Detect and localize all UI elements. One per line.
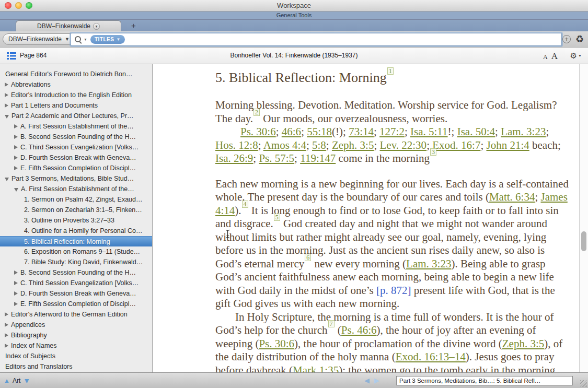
disclosure-collapsed-icon[interactable] <box>5 93 8 97</box>
toc-item[interactable]: Appendices <box>0 320 152 330</box>
toc-item[interactable]: 4. Outline for a Homily for Personal Co… <box>0 226 152 236</box>
toc-item[interactable]: Index of Subjects <box>0 351 152 361</box>
disclosure-collapsed-icon[interactable] <box>14 156 18 160</box>
scripture-link[interactable]: Zeph. 3:5 <box>332 139 374 151</box>
search-token-titles[interactable]: TITLES ▼ <box>90 35 125 44</box>
disclosure-collapsed-icon[interactable] <box>14 124 18 128</box>
toc-item[interactable]: A. First Session Establishment of the… <box>0 184 152 194</box>
toc-item[interactable]: 1. Sermon on Psalm 42, Zingst, Exaud… <box>0 194 152 205</box>
toc-item[interactable]: 6. Exposition on Romans 9–11 (Stude… <box>0 246 152 257</box>
toc-item[interactable]: 2. Sermon on Zechariah 3:1–5, Finken… <box>0 205 152 215</box>
footnote-marker[interactable]: 7 <box>328 320 335 327</box>
scripture-link[interactable]: Mark 1:35 <box>293 364 339 373</box>
disclosure-collapsed-icon[interactable] <box>14 135 18 139</box>
scripture-link[interactable]: 119:147 <box>300 152 336 164</box>
scripture-link[interactable]: Zeph. 3:5 <box>502 337 544 350</box>
toc-item[interactable]: Editors and Translators <box>0 361 152 372</box>
toc-item[interactable]: E. Fifth Session Completion of Discipl… <box>0 163 152 173</box>
disclosure-collapsed-icon[interactable] <box>14 145 18 149</box>
scripture-link[interactable]: Isa. 26:9 <box>215 152 253 164</box>
disclosure-expanded-icon[interactable] <box>5 115 9 119</box>
toc-item[interactable]: B. Second Session Founding of the H… <box>0 267 152 278</box>
scrollbar-thumb[interactable] <box>581 231 586 251</box>
toc-item[interactable]: Part 1 Letters and Documents <box>0 100 152 111</box>
disclosure-collapsed-icon[interactable] <box>5 103 8 108</box>
search-options-caret-icon[interactable]: ▼ <box>84 38 87 41</box>
footnote-marker[interactable]: 5 <box>274 214 280 221</box>
toc-item[interactable]: D. Fourth Session Break with Geneva… <box>0 288 152 299</box>
add-search-button[interactable] <box>562 35 571 43</box>
vertical-scrollbar[interactable] <box>579 64 588 372</box>
toc-item[interactable]: Part 2 Academic and Other Lectures, Pr… <box>0 111 152 121</box>
previous-article-icon[interactable]: ▲ <box>4 377 10 384</box>
scripture-link[interactable]: Lam. 3:23 <box>501 125 546 138</box>
toc-item[interactable]: 5. Biblical Reflection: Morning <box>0 236 152 246</box>
scripture-link[interactable]: Ps. 30:6 <box>259 337 294 350</box>
disclosure-collapsed-icon[interactable] <box>5 323 8 327</box>
toc-item[interactable]: Editor's Introduction to the English Edi… <box>0 90 152 100</box>
toc-item[interactable]: C. Third Session Evangelization [Volks… <box>0 278 152 288</box>
decrease-font-button[interactable]: A <box>543 53 548 61</box>
disclosure-collapsed-icon[interactable] <box>5 83 8 87</box>
scripture-link[interactable]: 55:18 <box>307 125 332 138</box>
window-resize-grip[interactable] <box>580 380 587 387</box>
search-scope-button[interactable]: DBW–Finkenwalde ▼ <box>3 33 75 45</box>
disclosure-expanded-icon[interactable] <box>5 178 9 181</box>
search-icon[interactable] <box>74 36 82 43</box>
toc-item[interactable]: Editor's Afterword to the German Edition <box>0 309 152 320</box>
history-forward-icon[interactable]: ▶ <box>374 377 379 384</box>
toc-item[interactable]: Part 3 Sermons, Meditations, Bible Stud… <box>0 173 152 184</box>
disclosure-collapsed-icon[interactable] <box>14 281 18 285</box>
settings-menu-button[interactable]: ⚙ ▼ <box>570 48 582 64</box>
footnote-marker[interactable]: 1 <box>387 67 394 75</box>
history-back-icon[interactable]: ◀ <box>364 377 370 384</box>
footnote-marker[interactable]: 4 <box>242 201 248 208</box>
research-icon[interactable]: ♻ <box>575 34 584 44</box>
scripture-link[interactable]: Lam. 3:23 <box>406 257 451 270</box>
new-tab-button[interactable]: + <box>129 20 138 31</box>
scripture-link[interactable]: Hos. 12:8 <box>215 139 258 151</box>
scripture-link[interactable]: Isa. 5:11 <box>410 125 448 138</box>
toc-item[interactable]: D. Fourth Session Break with Geneva… <box>0 152 152 163</box>
scripture-link[interactable]: John 21:4 <box>486 139 529 151</box>
disclosure-collapsed-icon[interactable] <box>5 312 8 316</box>
scripture-link[interactable]: Ps. 46:6 <box>341 324 377 336</box>
disclosure-collapsed-icon[interactable] <box>14 166 18 170</box>
toc-item[interactable]: Bibliography <box>0 330 152 340</box>
scripture-link[interactable]: 73:14 <box>349 125 374 138</box>
toc-item[interactable]: A. First Session Establishment of the… <box>0 121 152 132</box>
tab-menu-icon[interactable]: ▾ <box>93 23 100 30</box>
disclosure-collapsed-icon[interactable] <box>5 333 8 337</box>
scripture-link[interactable]: 46:6 <box>282 125 301 138</box>
next-article-icon[interactable]: ▼ <box>23 377 30 385</box>
toc-item[interactable]: E. Fifth Session Completion of Discipl… <box>0 299 152 309</box>
scripture-link[interactable]: Matt. 6:34 <box>489 191 535 203</box>
scripture-link[interactable]: Exod. 16:7 <box>432 139 480 151</box>
search-field[interactable]: ▼ TITLES ▼ <box>71 33 562 46</box>
footnote-marker[interactable]: 3 <box>430 148 436 156</box>
scripture-link[interactable]: Ps. 30:6 <box>240 125 276 138</box>
toc-item[interactable]: 7. Bible Study: King David, Finkenwald… <box>0 257 152 267</box>
disclosure-collapsed-icon[interactable] <box>14 302 18 306</box>
footnote-marker[interactable]: 2 <box>253 109 260 116</box>
toc-item[interactable]: General Editor's Foreword to Dietrich Bo… <box>0 69 152 79</box>
toc-item[interactable]: B. Second Session Founding of the H… <box>0 132 152 142</box>
scripture-link[interactable]: 5:8 <box>312 139 326 151</box>
scripture-link[interactable]: Isa. 50:4 <box>457 125 495 138</box>
scripture-link[interactable]: Lev. 22:30 <box>380 139 427 151</box>
scripture-link[interactable]: 127:2 <box>379 125 405 138</box>
footnote-marker[interactable]: 6 <box>305 254 311 261</box>
toc-item[interactable]: Index of Names <box>0 340 152 351</box>
toc-item[interactable]: Abbreviations <box>0 79 152 90</box>
disclosure-collapsed-icon[interactable] <box>5 344 8 348</box>
table-of-contents-icon[interactable] <box>7 52 16 62</box>
scripture-link[interactable]: Amos 4:4 <box>263 139 306 151</box>
disclosure-collapsed-icon[interactable] <box>14 291 18 296</box>
scripture-link[interactable]: Ps. 57:5 <box>259 152 294 164</box>
scripture-link[interactable]: Exod. 16:13–14 <box>396 350 466 363</box>
location-field[interactable]: Part 3 Sermons, Meditations, Bib…: 5. Bi… <box>396 376 573 385</box>
disclosure-expanded-icon[interactable] <box>14 188 18 192</box>
tab-dbw-finkenwalde[interactable]: DBW–Finkenwalde ▾ <box>16 20 121 31</box>
toc-item[interactable]: 3. Outline on Proverbs 3:27–33 <box>0 215 152 226</box>
disclosure-collapsed-icon[interactable] <box>14 271 18 275</box>
